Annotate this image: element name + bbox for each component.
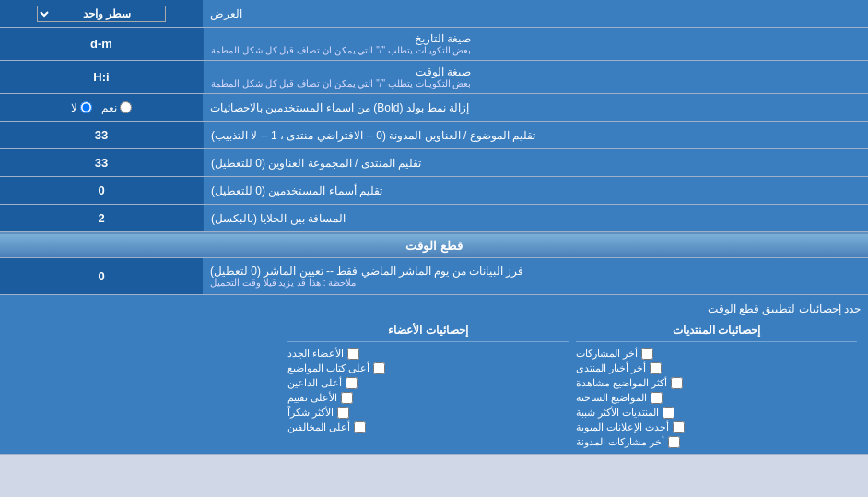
main-container: العرض سطر واحد صيغة التاريخ بعض التكوينا… [0, 0, 868, 455]
forum-group-label: تقليم المنتدى / المجموعة العناوين (0 للت… [203, 149, 868, 176]
checkbox-hot-topics: المواضيع الساخنة [576, 392, 857, 404]
display-row: العرض سطر واحد [0, 0, 868, 28]
checkbox-last-posts: أخر المشاركات [576, 348, 857, 360]
checkbox-top-inviters-input[interactable] [346, 377, 358, 389]
checkbox-new-members: الأعضاء الجدد [287, 348, 569, 360]
checkbox-top-violators-input[interactable] [354, 421, 366, 433]
time-format-input [0, 61, 203, 93]
checkbox-most-thanked-input[interactable] [337, 407, 349, 419]
display-dropdown[interactable]: سطر واحد [37, 6, 166, 22]
date-format-field[interactable] [6, 37, 197, 51]
forum-group-row: تقليم المنتدى / المجموعة العناوين (0 للت… [0, 149, 868, 177]
time-cutoff-row: فرز البيانات من يوم الماشر الماضي فقط --… [0, 258, 868, 295]
usernames-row: تقليم أسماء المستخدمين (0 للتعطيل) [0, 177, 868, 205]
bold-remove-yes[interactable]: نعم [101, 101, 132, 114]
checkbox-most-similar: المنتديات الأكثر شببة [576, 407, 857, 419]
topic-titles-field[interactable] [6, 128, 197, 142]
bold-remove-row: إزالة نمط بولد (Bold) من اسماء المستخدمي… [0, 94, 868, 122]
checkbox-most-similar-input[interactable] [663, 407, 674, 419]
bold-remove-label: إزالة نمط بولد (Bold) من اسماء المستخدمي… [203, 94, 868, 121]
apply-stats-section: حدد إحصائيات لتطبيق قطع الوقت إحصائيات ا… [0, 295, 868, 455]
checkbox-top-rated: الأعلى تقييم [287, 392, 569, 404]
checkbox-columns: إحصائيات المنتديات أخر المشاركات أخر أخب… [7, 319, 861, 450]
date-format-row: صيغة التاريخ بعض التكوينات يتطلب "/" الت… [0, 28, 868, 61]
usernames-field[interactable] [6, 183, 197, 197]
forum-stats-col: إحصائيات المنتديات أخر المشاركات أخر أخب… [572, 319, 861, 450]
cell-spacing-label: المسافة بين الخلايا (بالبكسل) [203, 205, 868, 231]
checkbox-top-inviters: أعلى الداعين [287, 377, 569, 389]
display-label: العرض [203, 0, 868, 27]
member-stats-header: إحصائيات الأعضاء [287, 321, 569, 342]
checkbox-top-authors-input[interactable] [373, 362, 385, 374]
topic-titles-label: تقليم الموضوع / العناوين المدونة (0 -- ا… [203, 122, 868, 148]
date-format-input [0, 28, 203, 60]
date-format-label: صيغة التاريخ بعض التكوينات يتطلب "/" الت… [203, 28, 868, 60]
forum-stats-header: إحصائيات المنتديات [576, 321, 857, 342]
usernames-input [0, 177, 203, 204]
cell-spacing-row: المسافة بين الخلايا (بالبكسل) [0, 205, 868, 232]
time-cutoff-field[interactable] [6, 269, 197, 283]
display-input: سطر واحد [0, 0, 203, 27]
time-format-field[interactable] [6, 70, 197, 84]
cell-spacing-input [0, 205, 203, 231]
checkbox-top-rated-input[interactable] [341, 392, 353, 404]
checkbox-most-viewed: أكثر المواضيع مشاهدة [576, 377, 857, 389]
forum-group-input [0, 149, 203, 176]
checkbox-forum-news: أخر أخبار المنتدى [576, 362, 857, 374]
forum-group-field[interactable] [6, 156, 197, 170]
checkbox-most-thanked: الأكثر شكراً [287, 407, 569, 419]
checkbox-latest-ads: أحدث الإعلانات المبوبة [576, 421, 857, 433]
checkbox-top-authors: أعلى كتاب المواضيع [287, 362, 569, 374]
checkbox-most-viewed-input[interactable] [671, 377, 683, 389]
spacer-col [7, 319, 284, 450]
bold-remove-input: نعم لا [0, 94, 203, 121]
time-cutoff-header: قطع الوقت [0, 232, 868, 258]
time-cutoff-label: فرز البيانات من يوم الماشر الماضي فقط --… [203, 258, 868, 294]
time-cutoff-input [0, 258, 203, 294]
checkbox-blog-posts: أخر مشاركات المدونة [576, 436, 857, 448]
bold-remove-no[interactable]: لا [71, 101, 92, 114]
bold-no-radio[interactable] [80, 101, 92, 113]
checkbox-blog-posts-input[interactable] [668, 436, 680, 448]
member-stats-col: إحصائيات الأعضاء الأعضاء الجدد أعلى كتاب… [284, 319, 572, 450]
checkbox-hot-topics-input[interactable] [651, 392, 663, 404]
bold-yes-radio[interactable] [120, 101, 132, 113]
checkbox-new-members-input[interactable] [347, 348, 359, 360]
checkbox-latest-ads-input[interactable] [673, 421, 685, 433]
cell-spacing-field[interactable] [6, 211, 197, 225]
time-format-row: صيغة الوقت بعض التكوينات يتطلب "/" التي … [0, 61, 868, 94]
checkbox-last-posts-input[interactable] [641, 348, 653, 360]
checkbox-forum-news-input[interactable] [650, 362, 662, 374]
time-format-label: صيغة الوقت بعض التكوينات يتطلب "/" التي … [203, 61, 868, 93]
topic-titles-row: تقليم الموضوع / العناوين المدونة (0 -- ا… [0, 122, 868, 149]
usernames-label: تقليم أسماء المستخدمين (0 للتعطيل) [203, 177, 868, 204]
apply-stats-label: حدد إحصائيات لتطبيق قطع الوقت [7, 299, 861, 319]
checkbox-top-violators: أعلى المخالفين [287, 421, 569, 433]
topic-titles-input [0, 122, 203, 148]
